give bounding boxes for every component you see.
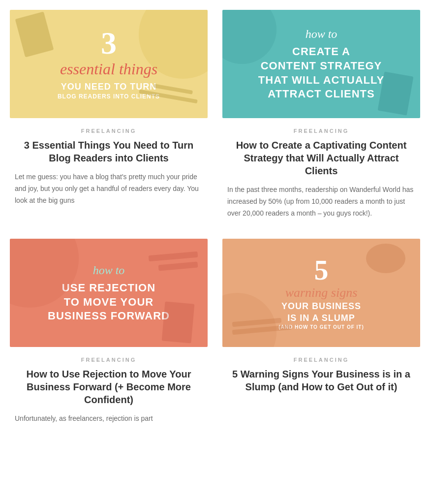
card-4-title[interactable]: 5 Warning Signs Your Business is in a Sl… (227, 368, 415, 393)
card-3[interactable]: how to USE REJECTION TO MOVE YOUR BUSINE… (10, 239, 208, 430)
card-3-bold3: BUSINESS FORWARD (48, 309, 170, 323)
card-4-bold3: (AND HOW TO GET OUT OF IT) (278, 324, 364, 330)
card-2-bold4: ATTRACT CLIENTS (258, 87, 384, 101)
card-1-title[interactable]: 3 Essential Things You Need to Turn Blog… (15, 139, 203, 164)
card-2-category: FREELANCING (227, 128, 415, 134)
card-2[interactable]: how to CREATE A CONTENT STRATEGY THAT WI… (222, 10, 420, 224)
card-3-image[interactable]: how to USE REJECTION TO MOVE YOUR BUSINE… (10, 239, 208, 347)
card-4-content: FREELANCING 5 Warning Signs Your Busines… (222, 347, 420, 405)
card-2-script: how to (258, 27, 384, 42)
card-3-title[interactable]: How to Use Rejection to Move Your Busine… (15, 368, 203, 406)
card-2-bold3: THAT WILL ACTUALLY (258, 73, 384, 88)
card-2-bold1: CREATE A (258, 45, 384, 59)
card-3-bold2: TO MOVE YOUR (48, 295, 170, 310)
card-4-script: warning signs (278, 284, 364, 301)
card-4[interactable]: 5 warning signs YOUR BUSINESS IS IN A SL… (222, 239, 420, 430)
card-4-image[interactable]: 5 warning signs YOUR BUSINESS IS IN A SL… (222, 239, 420, 347)
card-3-excerpt: Unfortunately, as freelancers, rejection… (15, 413, 203, 425)
card-2-content: FREELANCING How to Create a Captivating … (222, 118, 420, 224)
card-1-image[interactable]: 3 essential things YOU NEED TO TURN BLOG… (10, 10, 208, 118)
card-3-content: FREELANCING How to Use Rejection to Move… (10, 347, 208, 430)
card-4-number: 5 (278, 256, 364, 284)
card-1-content: FREELANCING 3 Essential Things You Need … (10, 118, 208, 211)
card-1[interactable]: 3 essential things YOU NEED TO TURN BLOG… (10, 10, 208, 224)
card-3-category: FREELANCING (15, 357, 203, 363)
card-1-category: FREELANCING (15, 128, 203, 134)
card-2-image[interactable]: how to CREATE A CONTENT STRATEGY THAT WI… (222, 10, 420, 118)
article-grid: 3 essential things YOU NEED TO TURN BLOG… (10, 10, 420, 430)
card-4-bold1: YOUR BUSINESS (278, 301, 364, 312)
card-1-excerpt: Let me guess: you have a blog that's pre… (15, 171, 203, 206)
card-2-bold2: CONTENT STRATEGY (258, 59, 384, 73)
card-4-category: FREELANCING (227, 357, 415, 363)
card-2-title[interactable]: How to Create a Captivating Content Stra… (227, 139, 415, 177)
card-1-script: essential things (58, 59, 160, 80)
card-4-bold2: IS IN A SLUMP (278, 313, 364, 324)
card-2-excerpt: In the past three months, readership on … (227, 184, 415, 219)
